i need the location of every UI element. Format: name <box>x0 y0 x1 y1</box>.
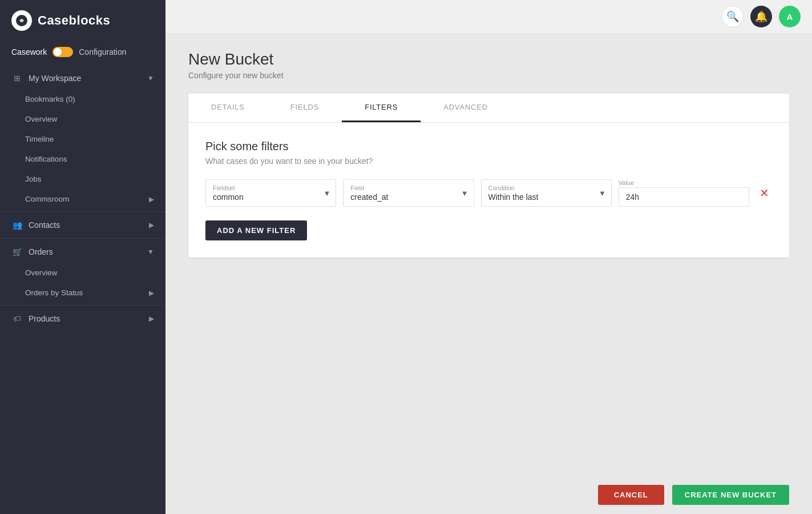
condition-value: Within the last <box>488 192 594 202</box>
value-label: Value <box>619 179 749 186</box>
add-filter-label: ADD A NEW FILTER <box>217 226 296 235</box>
avatar-label: A <box>787 12 793 22</box>
sidebar-item-orders-overview[interactable]: Overview <box>0 263 165 283</box>
orders-by-status-label: Orders by Status <box>25 288 83 297</box>
contacts-icon: 👥 <box>11 220 23 230</box>
bookmarks-label: Bookmarks (0) <box>25 95 75 103</box>
sidebar-item-my-workspace[interactable]: ⊞ My Workspace ▼ <box>0 67 165 89</box>
remove-filter-button[interactable]: ✕ <box>756 185 772 201</box>
sidebar-item-contacts[interactable]: 👥 Contacts ▶ <box>0 214 165 236</box>
filter-row: Fieldset common ▼ Field created_at ▼ <box>205 179 772 207</box>
card-body: Pick some filters What cases do you want… <box>188 123 789 258</box>
sidebar-item-jobs[interactable]: Jobs <box>0 169 165 189</box>
field-dropdown-inner[interactable]: Field created_at <box>343 179 474 207</box>
condition-label: Condition <box>488 184 594 191</box>
action-bar: CANCEL CREATE NEW BUCKET <box>165 476 812 514</box>
divider-2 <box>0 238 165 239</box>
logo-text: Caseblocks <box>38 13 110 28</box>
sidebar-item-notifications[interactable]: Notifications <box>0 149 165 169</box>
field-dropdown[interactable]: Field created_at ▼ <box>343 179 474 207</box>
timeline-label: Timeline <box>25 135 54 143</box>
tab-advanced[interactable]: ADVANCED <box>421 94 511 122</box>
configuration-label: Configuration <box>79 47 126 57</box>
jobs-label: Jobs <box>25 175 42 183</box>
contacts-section: 👥 Contacts ▶ <box>0 214 165 236</box>
sidebar-toggle-area: Casework Configuration <box>0 41 165 67</box>
main-card: DETAILS FIELDS FILTERS ADVANCED Pick som… <box>188 94 789 258</box>
condition-dropdown[interactable]: Condition Within the last ▼ <box>481 179 612 207</box>
main-content: 🔍 🔔 A New Bucket Configure your new buck… <box>165 0 812 514</box>
field-label: Field <box>350 184 456 191</box>
sidebar: Caseblocks Casework Configuration ⊞ My W… <box>0 0 165 514</box>
page-title: New Bucket <box>188 50 789 69</box>
divider-3 <box>0 305 165 306</box>
avatar-button[interactable]: A <box>779 6 801 27</box>
sidebar-item-overview[interactable]: Overview <box>0 109 165 129</box>
orders-overview-label: Overview <box>25 268 57 277</box>
search-icon: 🔍 <box>726 10 739 23</box>
my-workspace-section: ⊞ My Workspace ▼ Bookmarks (0) Overview … <box>0 67 165 209</box>
casework-label: Casework <box>11 47 47 57</box>
fieldset-dropdown-inner[interactable]: Fieldset common <box>205 179 336 207</box>
cancel-button[interactable]: CANCEL <box>598 485 664 505</box>
notifications-label: Notifications <box>25 155 67 163</box>
sidebar-item-commsroom[interactable]: Commsroom ▶ <box>0 189 165 209</box>
add-filter-button[interactable]: ADD A NEW FILTER <box>205 220 307 240</box>
tab-fields[interactable]: FIELDS <box>268 94 342 122</box>
page-area: New Bucket Configure your new bucket DET… <box>165 33 812 476</box>
products-icon: 🏷 <box>11 314 23 323</box>
tabs: DETAILS FIELDS FILTERS ADVANCED <box>188 94 789 123</box>
fieldset-dropdown[interactable]: Fieldset common ▼ <box>205 179 336 207</box>
overview-label: Overview <box>25 115 57 123</box>
bell-icon: 🔔 <box>755 10 767 23</box>
grid-icon: ⊞ <box>11 74 23 83</box>
fieldset-value: common <box>213 192 318 202</box>
chevron-down-icon: ▼ <box>147 74 154 82</box>
sidebar-item-products[interactable]: 🏷 Products ▶ <box>0 308 165 330</box>
value-field-group: Value <box>619 179 749 207</box>
divider-1 <box>0 211 165 212</box>
tab-filters[interactable]: FILTERS <box>342 94 421 122</box>
sidebar-item-bookmarks[interactable]: Bookmarks (0) <box>0 89 165 109</box>
remove-icon: ✕ <box>760 187 769 199</box>
filters-title: Pick some filters <box>205 140 772 153</box>
sidebar-item-orders-by-status[interactable]: Orders by Status ▶ <box>0 283 165 303</box>
orders-label: Orders <box>29 247 142 256</box>
logo-icon <box>11 10 32 31</box>
products-label: Products <box>29 314 143 323</box>
search-button[interactable]: 🔍 <box>722 6 744 27</box>
toggle-switch[interactable] <box>52 47 73 57</box>
tab-details[interactable]: DETAILS <box>188 94 268 122</box>
sidebar-logo: Caseblocks <box>0 0 165 41</box>
page-subtitle: Configure your new bucket <box>188 71 789 80</box>
condition-dropdown-inner[interactable]: Condition Within the last <box>481 179 612 207</box>
orders-icon: 🛒 <box>11 247 23 256</box>
sidebar-item-timeline[interactable]: Timeline <box>0 129 165 149</box>
chevron-down-icon-orders: ▼ <box>147 248 154 256</box>
chevron-right-icon-orders-status: ▶ <box>149 289 154 297</box>
chevron-right-icon-contacts: ▶ <box>149 221 154 229</box>
field-value: created_at <box>350 192 456 202</box>
create-bucket-button[interactable]: CREATE NEW BUCKET <box>672 485 789 505</box>
cancel-label: CANCEL <box>614 491 648 499</box>
chevron-right-icon: ▶ <box>149 195 154 203</box>
filters-subtitle: What cases do you want to see in your bu… <box>205 156 772 166</box>
sidebar-item-orders[interactable]: 🛒 Orders ▼ <box>0 241 165 263</box>
contacts-label: Contacts <box>29 220 143 230</box>
orders-section: 🛒 Orders ▼ Overview Orders by Status ▶ <box>0 241 165 303</box>
value-input[interactable] <box>619 187 749 207</box>
fieldset-label: Fieldset <box>213 184 318 191</box>
chevron-right-icon-products: ▶ <box>149 315 154 323</box>
products-section: 🏷 Products ▶ <box>0 308 165 330</box>
my-workspace-label: My Workspace <box>29 74 142 83</box>
notifications-button[interactable]: 🔔 <box>750 6 772 27</box>
create-label: CREATE NEW BUCKET <box>685 491 777 499</box>
topbar: 🔍 🔔 A <box>165 0 812 33</box>
commsroom-label: Commsroom <box>25 195 69 203</box>
